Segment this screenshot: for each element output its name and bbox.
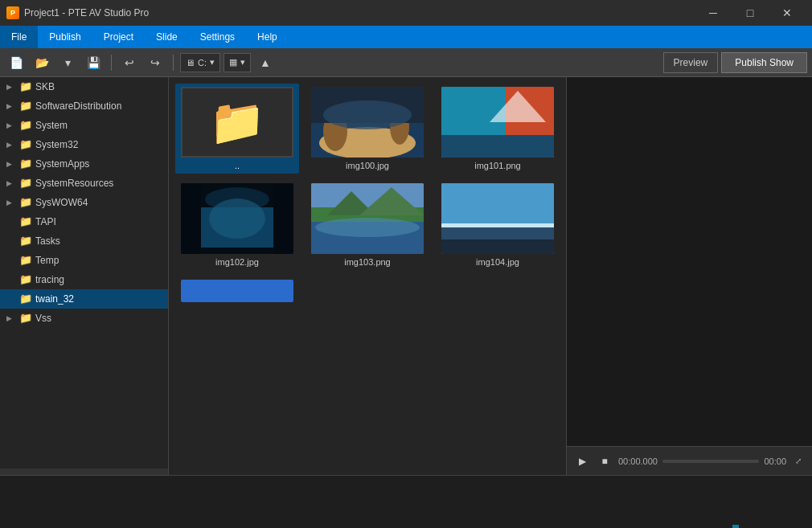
img103-preview (311, 183, 424, 254)
sidebar-item-system[interactable]: ▶ 📁 System (0, 116, 168, 135)
img101-preview (441, 87, 554, 158)
svg-rect-27 (441, 239, 554, 254)
sidebar-item-tapi[interactable]: 📁 TAPI (0, 212, 168, 231)
sidebar-item-twain32[interactable]: 📁 twain_32 (0, 289, 168, 309)
undo-button[interactable]: ↩ (118, 52, 141, 73)
image-thumbnail-img101 (441, 87, 554, 158)
arrow-icon: ▶ (6, 141, 19, 149)
file-item-back[interactable]: 📁 .. (175, 84, 299, 174)
arrow-icon: ▶ (6, 160, 19, 168)
menu-help[interactable]: Help (246, 26, 289, 48)
menu-slide[interactable]: Slide (145, 26, 189, 48)
sidebar-item-systemapps[interactable]: ▶ 📁 SystemApps (0, 154, 168, 174)
drive-selector[interactable]: 🖥 C: ▾ (180, 53, 220, 72)
menu-project[interactable]: Project (92, 26, 145, 48)
sidebar-list: ▶ 📁 SKB ▶ 📁 SoftwareDistribution ▶ 📁 Sys… (0, 77, 168, 469)
folder-icon: 📁 (19, 312, 32, 325)
file-item-img104[interactable]: img104.jpg (436, 180, 560, 270)
grid-icon: ▦ (229, 57, 237, 68)
new-button[interactable]: 📄 (5, 52, 27, 73)
minimize-button[interactable]: ─ (695, 0, 732, 26)
time-end: 00:00 (764, 456, 786, 466)
file-name: img104.jpg (476, 257, 519, 267)
arrow-icon: ▶ (6, 314, 19, 322)
sidebar-label: Tasks (35, 235, 60, 247)
file-item-img100[interactable]: img100.jpg (306, 84, 429, 174)
redo-button[interactable]: ↪ (144, 52, 166, 73)
sidebar-label: System (35, 120, 68, 131)
up-button[interactable]: ▲ (254, 52, 277, 73)
arrow-icon: ▶ (6, 199, 19, 207)
svg-point-22 (315, 218, 420, 237)
sidebar-label: System32 (35, 139, 78, 150)
sidebar-item-vss[interactable]: ▶ 📁 Vss (0, 309, 168, 328)
img104-preview (441, 183, 554, 254)
arrow-icon: ▶ (6, 121, 19, 129)
file-name: img101.png (474, 161, 521, 170)
monitor-icon: 🖥 (186, 58, 195, 68)
menu-settings[interactable]: Settings (189, 26, 246, 48)
sidebar-item-systemresources[interactable]: ▶ 📁 SystemResources (0, 174, 168, 193)
menu-file[interactable]: File (0, 26, 38, 48)
sidebar-item-softwaredistribution[interactable]: ▶ 📁 SoftwareDistribution (0, 96, 168, 116)
preview-area (567, 77, 812, 446)
file-item-img101[interactable]: img101.png (436, 84, 560, 174)
menubar: File Publish Project Slide Settings Help (0, 26, 812, 48)
folder-icon: 📁 (19, 196, 32, 209)
time-start: 00:00.000 (618, 456, 658, 466)
image-thumbnail-img104 (441, 183, 554, 254)
sidebar-item-temp[interactable]: 📁 Temp (0, 251, 168, 270)
arrow-icon: ▶ (6, 179, 19, 187)
svg-rect-25 (441, 223, 554, 227)
sidebar-label: SKB (35, 81, 55, 92)
file-name: img102.jpg (215, 257, 259, 267)
folder-icon: 📁 (19, 100, 32, 113)
dropdown-arrow[interactable]: ▾ (56, 52, 79, 73)
close-button[interactable]: ✕ (769, 0, 806, 26)
stop-button[interactable]: ■ (596, 452, 613, 470)
play-button[interactable]: ▶ (573, 452, 591, 470)
sidebar-label: SystemApps (35, 158, 89, 170)
maximize-button[interactable]: □ (732, 0, 769, 26)
drive-label: C: (198, 58, 207, 68)
view-arrow: ▾ (240, 57, 245, 68)
file-browser: 📁 .. img100.jpg (169, 77, 567, 475)
folder-icon: 📁 (19, 273, 32, 286)
file-item-img102[interactable]: img102.jpg (175, 180, 299, 270)
blue-bar-thumbnail (181, 280, 293, 302)
image-thumbnail-img103 (311, 183, 424, 254)
file-item-img103[interactable]: img103.png (306, 180, 429, 270)
sidebar-item-syswow64[interactable]: ▶ 📁 SysWOW64 (0, 193, 168, 212)
sidebar-item-tasks[interactable]: 📁 Tasks (0, 231, 168, 251)
progress-bar[interactable] (662, 460, 760, 463)
open-button[interactable]: 📂 (31, 52, 53, 73)
separator2 (173, 55, 174, 71)
sidebar-label: twain_32 (35, 293, 74, 305)
folder-icon: 📁 (19, 215, 32, 228)
right-panel: ▶ ■ 00:00.000 00:00 ⤢ (567, 77, 812, 475)
save-button[interactable]: 💾 (82, 52, 105, 73)
view-selector[interactable]: ▦ ▾ (224, 53, 251, 72)
separator1 (111, 55, 112, 71)
sidebar-item-skb[interactable]: ▶ 📁 SKB (0, 77, 168, 96)
folder-icon: 📁 (19, 138, 32, 151)
toolbar: 📄 📂 ▾ 💾 ↩ ↪ 🖥 C: ▾ ▦ ▾ ▲ Preview Publish… (0, 48, 812, 77)
publish-show-button[interactable]: Publish Show (721, 52, 807, 73)
titlebar-controls: ─ □ ✕ (695, 0, 806, 26)
sidebar-item-tracing[interactable]: 📁 tracing (0, 270, 168, 289)
sidebar-scrollbar[interactable] (0, 469, 168, 475)
menu-publish[interactable]: Publish (38, 26, 92, 48)
file-item-bluebar[interactable] (175, 276, 299, 305)
titlebar-left: P Project1 - PTE AV Studio Pro (6, 6, 149, 19)
sidebar-item-system32[interactable]: ▶ 📁 System32 (0, 135, 168, 154)
expand-button[interactable]: ⤢ (791, 454, 806, 469)
svg-rect-16 (273, 183, 293, 254)
titlebar-title: Project1 - PTE AV Studio Pro (24, 7, 149, 18)
pte-logo (724, 517, 796, 528)
drive-arrow: ▾ (210, 57, 215, 68)
file-grid: 📁 .. img100.jpg (169, 77, 566, 475)
playback-bar: ▶ ■ 00:00.000 00:00 ⤢ (567, 446, 812, 475)
img100-preview (311, 87, 424, 158)
slide-area: Add images, videos, or audio here from a… (0, 475, 812, 528)
preview-button[interactable]: Preview (663, 52, 719, 73)
